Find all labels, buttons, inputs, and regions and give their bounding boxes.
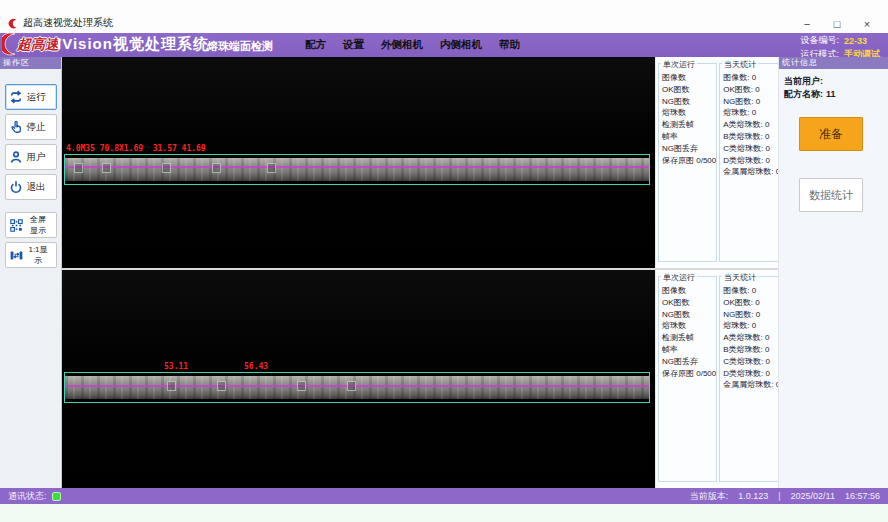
app-logo-icon xyxy=(7,18,18,29)
stat-row: NG图数: 0 xyxy=(720,96,780,108)
stat-row: OK图数: 0 xyxy=(720,297,780,309)
menu-item[interactable]: 设置 xyxy=(343,38,364,52)
device-no-value: 22-33 xyxy=(844,36,880,46)
one-to-one-button[interactable]: 1:1显示 xyxy=(5,242,57,268)
status-date: 2025/02/11 xyxy=(791,491,835,501)
stat-row: 金属屑熔珠数: 0 xyxy=(720,166,780,178)
main-area: 操作区 运行 xyxy=(0,57,888,488)
single-run-title: 单次运行 xyxy=(661,59,697,70)
status-time: 16:57:56 xyxy=(845,491,880,501)
run-label: 运行 xyxy=(27,91,46,104)
stat-row: 保存原图 0/500 xyxy=(659,155,716,167)
inner-camera-view[interactable]: 53.11 56.43 xyxy=(62,270,655,488)
recipe-name-value: 11 xyxy=(826,89,836,99)
feature-box xyxy=(74,163,83,173)
desktop-strip xyxy=(0,504,888,522)
window-title: 超高速视觉处理系统 xyxy=(23,16,113,30)
feature-box xyxy=(267,163,276,173)
feature-box xyxy=(167,381,176,391)
stat-row: C类熔珠数: 0 xyxy=(720,356,780,368)
user-label: 用户 xyxy=(27,151,46,164)
stat-row: D类熔珠数: 0 xyxy=(720,155,780,167)
one-to-one-icon xyxy=(9,248,24,263)
stat-row: 熔珠数 xyxy=(659,107,716,119)
app-header: 超高速 IVision视觉处理系统 熔珠端面检测 配方设置外侧相机内侧相机帮助 … xyxy=(0,33,888,57)
menu-item[interactable]: 帮助 xyxy=(499,38,520,52)
stop-button[interactable]: 停止 xyxy=(5,114,57,140)
comm-status-label: 通讯状态: xyxy=(8,490,47,503)
stat-row: NG图数 xyxy=(659,96,716,108)
single-run-group: 单次运行 图像数OK图数NG图数熔珠数检测丢帧帧率NG图丢弃保存原图 0/500 xyxy=(658,63,717,262)
stat-row: 金属屑熔珠数: 0 xyxy=(720,379,780,391)
power-icon xyxy=(9,180,24,195)
stat-row: B类熔珠数: 0 xyxy=(720,131,780,143)
cycle-arrows-icon xyxy=(9,90,24,105)
titlebar: 超高速视觉处理系统 − □ × xyxy=(0,0,888,33)
stat-row: D类熔珠数: 0 xyxy=(720,368,780,380)
stat-row: NG图数 xyxy=(659,309,716,321)
user-icon xyxy=(9,150,24,165)
app-subtitle: 熔珠端面检测 xyxy=(207,39,273,54)
info-panel-title: 统计信息 xyxy=(779,57,888,69)
feature-box xyxy=(297,381,306,391)
feature-box xyxy=(347,381,356,391)
sidebar-title: 操作区 xyxy=(0,57,61,69)
stat-row: A类熔珠数: 0 xyxy=(720,332,780,344)
menu-item[interactable]: 配方 xyxy=(305,38,326,52)
measurement-annotation: 56.43 xyxy=(244,362,268,371)
daily-stats-title: 当天统计 xyxy=(722,272,758,283)
prepare-button[interactable]: 准备 xyxy=(799,117,863,151)
minimize-icon[interactable]: − xyxy=(792,18,822,30)
strip-detection-overlay: 53.11 56.43 xyxy=(64,372,650,403)
maximize-icon[interactable]: □ xyxy=(822,18,852,30)
one-to-one-label: 1:1显示 xyxy=(27,244,50,266)
stat-row: 帧率 xyxy=(659,344,716,356)
stats-panel-top: 单次运行 图像数OK图数NG图数熔珠数检测丢帧帧率NG图丢弃保存原图 0/500… xyxy=(655,57,778,268)
daily-stats-group: 当天统计 图像数: 0OK图数: 0NG图数: 0熔珠数: 0A类熔珠数: 0B… xyxy=(719,63,781,262)
feature-box xyxy=(212,163,221,173)
app-name: IVision视觉处理系统 xyxy=(57,35,209,54)
stat-row: NG图丢弃 xyxy=(659,356,716,368)
recipe-name-label: 配方名称: xyxy=(784,88,823,101)
brand-swoosh-icon xyxy=(2,30,17,58)
feature-box xyxy=(217,381,226,391)
detection-rect xyxy=(64,154,650,185)
stats-panel-bottom: 单次运行 图像数OK图数NG图数熔珠数检测丢帧帧率NG图丢弃保存原图 0/500… xyxy=(655,270,778,488)
statistics-column: 单次运行 图像数OK图数NG图数熔珠数检测丢帧帧率NG图丢弃保存原图 0/500… xyxy=(655,57,778,488)
stat-row: OK图数: 0 xyxy=(720,84,780,96)
stat-row: 检测丢帧 xyxy=(659,119,716,131)
close-icon[interactable]: × xyxy=(852,18,882,30)
window-controls: − □ × xyxy=(792,18,882,30)
version-label: 当前版本: xyxy=(690,490,729,503)
run-button[interactable]: 运行 xyxy=(5,84,57,110)
outer-camera-view[interactable]: 4.0M35 70.8X1.69 31.57 41.69 xyxy=(62,57,655,268)
measurement-annotation: 4.0M35 70.8X1.69 31.57 41.69 xyxy=(66,144,206,153)
exit-button[interactable]: 退出 xyxy=(5,174,57,200)
menu-item[interactable]: 外侧相机 xyxy=(381,38,423,52)
measure-line xyxy=(65,385,649,387)
fullscreen-grid-icon xyxy=(9,218,24,233)
stat-row: OK图数 xyxy=(659,84,716,96)
brand-logo-text: 超高速 xyxy=(17,36,59,54)
camera-viewports: 4.0M35 70.8X1.69 31.57 41.69 53.11 56.43 xyxy=(62,57,655,488)
device-no-label: 设备编号: xyxy=(800,34,839,47)
daily-stats-group: 当天统计 图像数: 0OK图数: 0NG图数: 0熔珠数: 0A类熔珠数: 0B… xyxy=(719,276,781,482)
feature-box xyxy=(162,163,171,173)
detection-rect xyxy=(64,372,650,403)
stat-row: 检测丢帧 xyxy=(659,332,716,344)
status-separator: | xyxy=(778,491,780,501)
feature-box xyxy=(102,163,111,173)
fullscreen-label: 全屏显示 xyxy=(27,214,50,236)
stat-row: 图像数: 0 xyxy=(720,285,780,297)
data-statistics-button[interactable]: 数据统计 xyxy=(799,178,863,212)
stat-row: 保存原图 0/500 xyxy=(659,368,716,380)
stat-row: A类熔珠数: 0 xyxy=(720,119,780,131)
stat-row: B类熔珠数: 0 xyxy=(720,344,780,356)
status-bar: 通讯状态: 当前版本: 1.0.123 | 2025/02/11 16:57:5… xyxy=(0,488,888,504)
single-run-title: 单次运行 xyxy=(661,272,697,283)
stop-label: 停止 xyxy=(27,121,46,134)
menu-item[interactable]: 内侧相机 xyxy=(440,38,482,52)
fullscreen-button[interactable]: 全屏显示 xyxy=(5,212,57,238)
stat-row: 熔珠数: 0 xyxy=(720,320,780,332)
user-button[interactable]: 用户 xyxy=(5,144,57,170)
